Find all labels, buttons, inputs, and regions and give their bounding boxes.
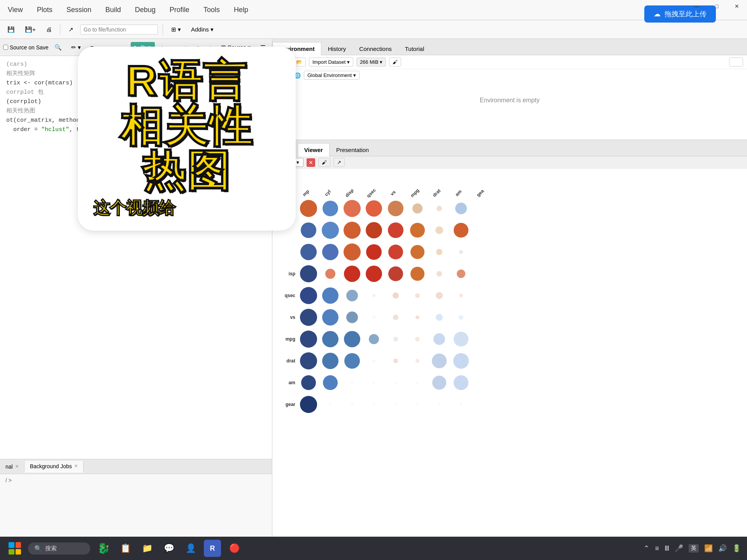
source-button[interactable]: ⊞ Source ▾ (217, 42, 254, 53)
tab-environment[interactable]: Environment (272, 42, 321, 55)
cell-8-4 (363, 350, 385, 372)
nav-back-button[interactable]: ⟵ (157, 42, 173, 53)
tab-help[interactable]: Help (272, 143, 298, 156)
menu-tools[interactable]: Tools (200, 4, 223, 16)
cell-3-7 (428, 241, 450, 263)
run-button[interactable]: ▶ Run (131, 42, 155, 53)
maximize-button[interactable]: □ (707, 0, 727, 12)
tab-viewer[interactable]: Viewer (298, 143, 330, 156)
import-dataset-button[interactable]: Import Dataset ▾ (309, 58, 353, 66)
list-button[interactable]: ≡ (87, 42, 97, 52)
main-toolbar: 💾 💾+ 🖨 ↗ ⊞ ▾ Addins ▾ (0, 20, 747, 39)
cell-6-3 (341, 306, 363, 328)
menu-debug[interactable]: Debug (132, 4, 159, 16)
taskbar-app-red-dot[interactable]: 🔴 (226, 540, 243, 557)
tab-background-jobs-close[interactable]: ✕ (74, 464, 78, 469)
code-line-1: (cars) (6, 60, 266, 69)
print-button[interactable]: 🖨 (42, 24, 55, 35)
menu-help[interactable]: Help (231, 4, 251, 16)
win-logo-cell-4 (16, 549, 21, 555)
taskbar-search[interactable]: 🔍 搜索 (28, 542, 90, 555)
global-env-dropdown[interactable]: Global Environment ▾ (304, 71, 359, 80)
tray-mic-icon[interactable]: 🎤 (675, 544, 683, 553)
export-button[interactable]: Export ▾ (276, 158, 303, 167)
menu-profile[interactable]: Profile (167, 4, 193, 16)
cell-4-3 (341, 263, 363, 285)
viewer-brush-button[interactable]: 🖌 (318, 158, 330, 167)
env-save-button[interactable]: 💾 (276, 58, 289, 66)
cell-2-1 (298, 219, 319, 241)
taskbar-app-r[interactable]: R (204, 540, 221, 557)
tab-history[interactable]: History (321, 42, 353, 55)
menu-plots[interactable]: Plots (34, 4, 56, 16)
tray-equalizer-icon[interactable]: ≡ (655, 544, 659, 553)
arrow-up-button[interactable]: ↑ (193, 42, 203, 52)
row-label-gear: gear (276, 402, 298, 407)
tab-background-jobs[interactable]: Background Jobs ✕ (25, 461, 84, 472)
taskbar-app-dragon[interactable]: 🐉 (95, 540, 112, 557)
menu-button[interactable]: ☰ (257, 42, 269, 53)
corrplot-row-10: gear (276, 394, 494, 415)
tray-wifi-icon[interactable]: 📶 (704, 544, 713, 553)
clear-env-button[interactable]: 🖌 (389, 58, 401, 66)
taskbar-app-explorer[interactable]: 📁 (139, 540, 156, 557)
cell-4-7 (428, 263, 450, 285)
cell-9-6 (407, 372, 428, 394)
code-editor[interactable]: (cars) 相关性矩阵 trix <- cor(mtcars) corrplo… (0, 56, 272, 459)
cell-6-1 (298, 306, 319, 328)
divider2 (163, 24, 163, 35)
goto-input[interactable] (80, 24, 158, 35)
taskbar-app-files[interactable]: 📋 (117, 540, 134, 557)
cell-9-5 (385, 372, 407, 394)
code-tools-button[interactable]: ⊞ ▾ (168, 24, 184, 35)
source-on-save-toggle[interactable]: Source on Save (3, 44, 49, 51)
row-label-am: am (276, 380, 298, 385)
close-button[interactable]: ✕ (727, 0, 747, 12)
tab-terminal[interactable]: nal ✕ (0, 461, 25, 472)
cell-6-8 (450, 306, 472, 328)
tab-terminal-close[interactable]: ✕ (15, 464, 19, 469)
cell-10-5 (385, 394, 407, 415)
menu-view[interactable]: View (5, 4, 26, 16)
tray-up-icon[interactable]: ⌃ (644, 544, 649, 553)
save-button[interactable]: 💾 (4, 24, 18, 35)
code-line-3: trix <- cor(mtcars) (6, 79, 266, 88)
viewer-zoom-button[interactable]: ↗ (333, 158, 345, 167)
cell-3-8 (450, 241, 472, 263)
viewer-close-button[interactable]: ✕ (307, 158, 315, 167)
tray-battery-icon[interactable]: 🔋 (732, 544, 741, 553)
cell-10-1 (298, 394, 319, 415)
env-search-input[interactable] (729, 58, 743, 66)
taskbar-app-wechat[interactable]: 💬 (160, 540, 177, 557)
r-language-selector[interactable]: R ▾ (276, 71, 291, 80)
language-badge[interactable]: 英 (689, 544, 699, 553)
arrow-down-button[interactable]: ↓ (205, 42, 216, 52)
edit-button[interactable]: ✏ ▾ (68, 42, 84, 53)
search-button[interactable]: 🔍 (51, 42, 65, 53)
tray-volume-icon[interactable]: 🔊 (718, 544, 727, 553)
tab-tutorial[interactable]: Tutorial (398, 42, 431, 55)
corrplot-grid: mp cyl disp qsec vs mpg drat am gea (276, 173, 494, 415)
cell-3-6 (407, 241, 428, 263)
minimize-button[interactable]: — (686, 0, 707, 12)
corrplot-row-5: qsec (276, 285, 494, 306)
goto-button[interactable]: ↗ (65, 24, 77, 35)
cell-2-5 (385, 219, 407, 241)
start-button[interactable] (6, 540, 23, 557)
cell-2-4 (363, 219, 385, 241)
tab-connections[interactable]: Connections (352, 42, 398, 55)
save-all-button[interactable]: 💾+ (21, 24, 39, 35)
tab-presentation[interactable]: Presentation (330, 143, 375, 156)
source-on-save-checkbox[interactable] (3, 45, 8, 50)
addins-button[interactable]: Addins ▾ (188, 24, 217, 35)
nav-forward-button[interactable]: ⟶ (175, 42, 191, 53)
cell-9-2 (319, 372, 341, 394)
menu-session[interactable]: Session (63, 4, 95, 16)
cell-2-6 (407, 219, 428, 241)
tab-terminal-label: nal (5, 464, 13, 470)
tray-bars-icon[interactable]: Ⅲ (665, 544, 669, 553)
menu-build[interactable]: Build (102, 4, 124, 16)
taskbar-app-avatar[interactable]: 👤 (182, 540, 199, 557)
taskbar-system-tray: ⌃ ≡ Ⅲ 🎤 英 📶 🔊 🔋 (644, 544, 741, 553)
env-load-button[interactable]: 📂 (293, 58, 306, 66)
